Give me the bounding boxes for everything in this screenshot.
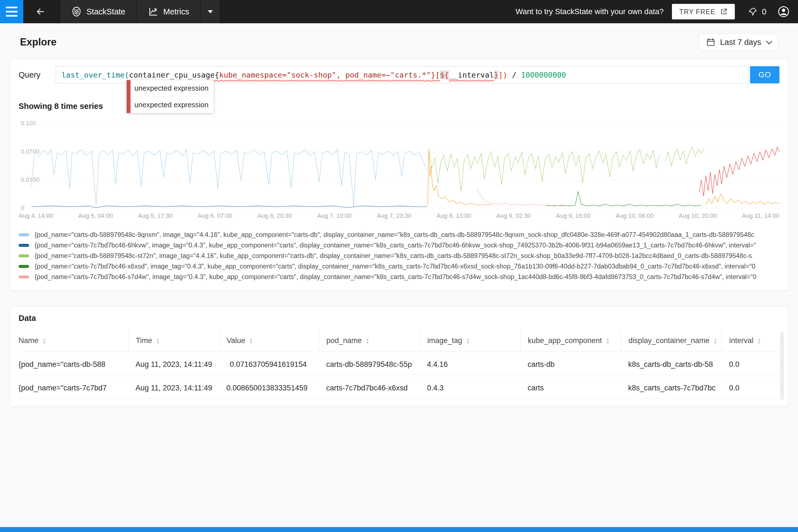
go-button[interactable]: GO (750, 66, 779, 83)
tab-metrics-label: Metrics (163, 7, 189, 16)
try-free-button[interactable]: TRY FREE (672, 4, 735, 19)
table-row[interactable]: {pod_name="carts-db-588Aug 11, 2023, 14:… (19, 354, 779, 375)
query-token: __interval (449, 71, 494, 79)
x-axis-label: Aug 6, 07:00 (198, 212, 232, 220)
data-section-title: Data (19, 314, 779, 323)
series-line-carts-db-588979548c-st72n (429, 149, 659, 191)
table-cell-interval: 0.0 (722, 378, 779, 398)
y-axis-label: 0.105 (21, 120, 36, 127)
x-axis-label: Aug 6, 20:30 (258, 212, 292, 220)
sort-icon[interactable]: ▲▼ (156, 338, 160, 344)
time-range-selector[interactable]: Last 7 days (699, 33, 778, 51)
back-arrow-icon (35, 6, 46, 17)
column-header-label: pod_name (326, 336, 362, 345)
column-header-label: display_container_name (628, 336, 709, 345)
series-line-unlabeled-series-orange (428, 149, 492, 207)
table-cell-Time: Aug 11, 2023, 14:11:49 (128, 378, 219, 398)
table-cell-kube_app_component: carts (520, 378, 621, 398)
table-cell-image_tag: 4.4.16 (420, 354, 520, 375)
query-chart-card: Query last_over_time(container_cpu_usage… (10, 59, 788, 291)
table-cell-Time: Aug 11, 2023, 14:11:49 (128, 354, 219, 375)
column-header-Time[interactable]: Time▲▼ (128, 330, 219, 352)
sort-icon[interactable]: ▲▼ (366, 338, 369, 344)
legend-label: {pod_name="carts-db-588979548c-st72n", i… (35, 252, 752, 260)
pin-count: 0 (762, 7, 766, 16)
y-axis-label: 0.0700 (21, 148, 39, 155)
user-avatar-button[interactable] (778, 5, 790, 18)
column-header-label: Value (227, 336, 245, 345)
y-axis-label: 0.0350 (21, 176, 39, 184)
table-cell-interval: 0.0 (722, 354, 779, 375)
sort-icon[interactable]: ▲▼ (42, 338, 46, 344)
column-header-image_tag[interactable]: image_tag▲▼ (420, 330, 520, 352)
legend-item[interactable]: {pod_name="carts-db-588979548c-9qnxm", i… (19, 229, 779, 240)
series-line-carts-7c7bd7bc46-x6xsd (547, 191, 701, 206)
sort-icon[interactable]: ▲▼ (757, 338, 761, 344)
back-button[interactable] (32, 3, 49, 20)
error-message: unexpected expression (131, 96, 214, 113)
x-axis-label: Aug 9, 16:00 (556, 212, 591, 220)
query-token: ${ (440, 71, 449, 79)
query-error-tooltip: unexpected expressionunexpected expressi… (127, 80, 214, 113)
chart-legend: {pod_name="carts-db-588979548c-9qnxm", i… (19, 229, 779, 282)
legend-item[interactable]: {pod_name="carts-7c7bd7bc46-6hkvw", imag… (19, 240, 779, 250)
series-line-carts-7c7bd7bc46-6hkvw (32, 206, 426, 208)
sort-icon[interactable]: ▲▼ (714, 338, 717, 344)
x-axis-label: Aug 10, 20:00 (679, 212, 717, 220)
legend-swatch (19, 254, 29, 258)
column-header-Value[interactable]: Value▲▼ (219, 330, 319, 352)
tab-dropdown-caret[interactable] (201, 0, 220, 23)
x-axis-label: Aug 4, 14:00 (19, 212, 53, 220)
column-header-label: Time (136, 336, 152, 345)
time-series-chart[interactable]: 0.1050.07000.03500 (19, 124, 779, 208)
column-header-pod_name[interactable]: pod_name▲▼ (319, 330, 420, 352)
query-token: }[ (431, 71, 440, 79)
legend-item[interactable]: {pod_name="carts-db-588979548c-st72n", i… (19, 250, 779, 261)
series-line-unlabeled-series-orange (706, 194, 779, 205)
series-line-carts-7c7bd7bc46-s7d4w (477, 189, 565, 206)
x-axis-label: Aug 11, 14:00 (742, 212, 779, 220)
error-message: unexpected expression (131, 80, 214, 96)
table-row[interactable]: {pod_name="carts-7c7bd7Aug 11, 2023, 14:… (19, 377, 779, 398)
table-cell-image_tag: 0.4.3 (420, 378, 520, 398)
column-header-label: interval (729, 336, 754, 345)
x-axis: Aug 4, 14:00Aug 5, 04:00Aug 5, 17:30Aug … (19, 212, 779, 220)
user-avatar-icon (778, 5, 790, 18)
table-cell-pod_name: carts-7c7bd7bc46-x6xsd (319, 378, 420, 398)
table-cell-pod_name: carts-db-588979548c-55p (319, 354, 420, 375)
table-scrollbar[interactable] (780, 332, 784, 400)
table-header-row: Name▲▼Time▲▼Value▲▼pod_name▲▼image_tag▲▼… (19, 330, 779, 352)
calendar-icon (706, 38, 715, 46)
pin-button[interactable]: 0 (748, 7, 766, 16)
menu-button[interactable] (0, 0, 23, 23)
sort-icon[interactable]: ▲▼ (466, 338, 470, 344)
x-axis-label: Aug 9, 02:30 (496, 212, 531, 220)
legend-item[interactable]: {pod_name="carts-7c7bd7bc46-x6xsd", imag… (19, 261, 779, 271)
table-cell-kube_app_component: carts-db (520, 354, 621, 375)
column-header-kube_app_component[interactable]: kube_app_component▲▼ (520, 330, 621, 352)
tab-metrics[interactable]: Metrics (137, 0, 200, 23)
chart-canvas (28, 124, 779, 208)
query-token: / (507, 71, 521, 79)
query-token: last_over_time( (61, 71, 129, 79)
stackstate-logo-icon (72, 7, 81, 17)
column-header-Name[interactable]: Name▲▼ (19, 330, 128, 352)
promo-text: Want to try StackState with your own dat… (516, 7, 664, 16)
tab-stackstate[interactable]: StackState (60, 0, 136, 23)
legend-item[interactable]: {pod_name="carts-7c7bd7bc46-s7d4w", imag… (19, 271, 779, 282)
column-header-label: Name (19, 336, 39, 345)
external-link-icon (720, 8, 728, 16)
sort-icon[interactable]: ▲▼ (606, 338, 610, 344)
legend-swatch (19, 265, 29, 268)
query-token: kube_namespace= (219, 71, 287, 79)
legend-label: {pod_name="carts-7c7bd7bc46-s7d4w", imag… (35, 273, 757, 281)
sort-icon[interactable]: ▲▼ (249, 338, 253, 344)
column-header-interval[interactable]: interval▲▼ (722, 330, 779, 352)
column-header-display_container_name[interactable]: display_container_name▲▼ (621, 330, 722, 352)
page-title: Explore (20, 36, 57, 48)
table-cell-Name: {pod_name="carts-7c7bd7 (19, 378, 128, 398)
metrics-icon (148, 7, 158, 17)
legend-swatch (19, 244, 29, 247)
column-header-label: image_tag (427, 336, 462, 345)
query-label: Query (19, 70, 56, 79)
